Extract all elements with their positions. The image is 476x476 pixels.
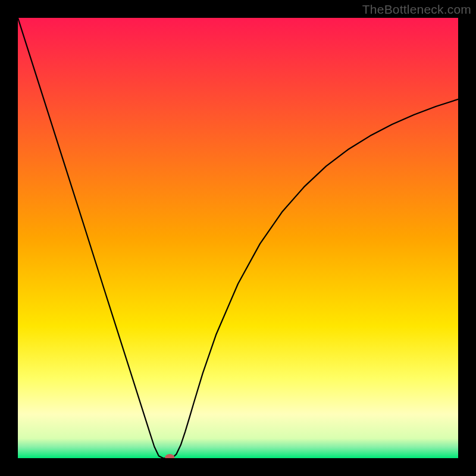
chart-svg [18,18,458,458]
watermark-text: TheBottleneck.com [362,2,471,17]
plot-area [18,18,458,458]
chart-frame: TheBottleneck.com [0,0,476,476]
gradient-background [18,18,458,458]
